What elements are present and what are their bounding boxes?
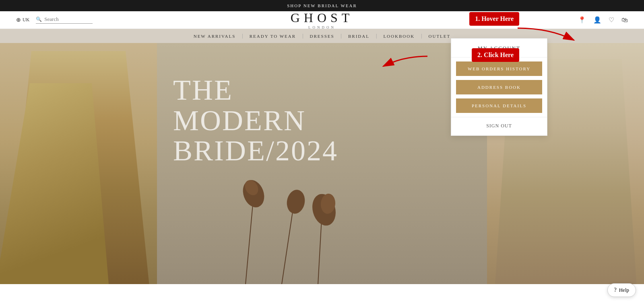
dropdown-title: MY ACCOUNT — [451, 39, 547, 57]
logo-center: GHOST LONDON — [291, 10, 354, 29]
svg-point-4 — [285, 188, 307, 215]
logo-text[interactable]: GHOST — [291, 10, 354, 25]
nav-dresses[interactable]: DRESSES — [303, 34, 341, 39]
hero-title-line3: BRIDE/2024 — [173, 136, 487, 166]
help-button[interactable]: ? Help — [607, 283, 636, 297]
hero-title-line2: MODERN — [173, 106, 487, 136]
announcement-bar: SHOP NEW BRIDAL WEAR — [0, 0, 644, 11]
search-input[interactable] — [44, 16, 93, 23]
hero-title-line1: THE — [173, 75, 487, 106]
search-box[interactable]: 🔍 — [36, 16, 93, 24]
header-left: ⊕ UK 🔍 — [16, 16, 93, 24]
nav-bar: NEW ARRIVALS | READY TO WEAR | DRESSES |… — [0, 29, 644, 43]
nav-bridal[interactable]: BRIDAL — [342, 34, 376, 39]
svg-line-3 — [282, 204, 294, 284]
nav-new-arrivals[interactable]: NEW ARRIVALS — [187, 34, 242, 39]
globe-icon: ⊕ — [16, 16, 21, 23]
hero-section: THE MODERN BRIDE/2024 — [0, 43, 644, 284]
logo-sub: LONDON — [291, 25, 354, 29]
model-left — [0, 43, 157, 284]
pin-icon[interactable]: 📍 — [578, 16, 586, 24]
address-book-button[interactable]: ADDRESS BOOK — [456, 80, 542, 94]
announcement-text: SHOP NEW BRIDAL WEAR — [287, 3, 357, 8]
sign-out-button[interactable]: SIGN OUT — [451, 117, 547, 135]
header: ⊕ UK 🔍 GHOST LONDON 📍 👤 ♡ 🛍 — [0, 11, 644, 29]
locale-label: UK — [23, 17, 29, 23]
heart-icon[interactable]: ♡ — [609, 16, 614, 24]
nav-ready-to-wear[interactable]: READY TO WEAR — [243, 34, 302, 39]
user-icon[interactable]: 👤 — [593, 16, 601, 24]
hero-title: THE MODERN BRIDE/2024 — [173, 75, 487, 166]
locale-selector[interactable]: ⊕ UK — [16, 16, 29, 23]
flower-decoration — [181, 164, 382, 284]
account-dropdown: MY ACCOUNT WEB ORDERS HISTORY ADDRESS BO… — [451, 38, 547, 136]
personal-details-button[interactable]: PERSONAL DETAILS — [456, 98, 542, 113]
bag-icon[interactable]: 🛍 — [621, 16, 628, 24]
help-label: Help — [619, 287, 629, 293]
search-icon: 🔍 — [36, 16, 42, 23]
svg-line-0 — [246, 196, 254, 284]
help-icon: ? — [614, 287, 617, 293]
web-orders-button[interactable]: WEB ORDERS HISTORY — [456, 61, 542, 76]
header-right: 📍 👤 ♡ 🛍 — [578, 16, 628, 24]
nav-lookbook[interactable]: LOOKBOOK — [377, 34, 421, 39]
nav-outlet[interactable]: OUTLET — [422, 34, 457, 39]
